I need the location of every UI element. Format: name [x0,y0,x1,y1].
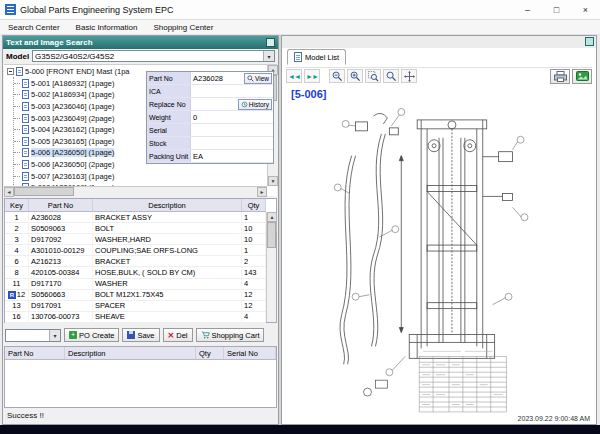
zoom-out-button[interactable] [329,69,345,83]
detail-label: Weight [147,111,191,123]
delete-button[interactable]: ✕Del [163,328,193,342]
chevron-down-icon[interactable]: ▾ [263,51,274,61]
column-header-description[interactable]: Description [93,199,242,211]
panel-options-icon[interactable] [266,38,275,47]
cell-part-no: A216213 [29,256,93,266]
menu-search-center[interactable]: Search Center [8,23,60,32]
column-header-part-no[interactable]: Part No [29,199,93,211]
document-icon [22,160,29,169]
detail-label: Replace No [147,98,191,110]
pan-button[interactable] [401,69,417,83]
cell-description: HOSE,BULK, ( SOLD BY CM) [93,267,242,277]
table-row[interactable]: 6A216213BRACKET2 [5,256,266,267]
order-table-header: Part No Description Qty Serial No [5,347,276,360]
zoom-fit-button[interactable] [383,69,399,83]
right-panel-strip [282,36,596,48]
column-header-serial-no[interactable]: Serial No [224,347,276,359]
cell-part-no: 420105-00384 [29,267,93,277]
printer-icon [554,71,567,82]
chevron-down-icon[interactable]: ▾ [49,330,60,341]
scroll-left-icon[interactable]: ◄ [4,187,14,197]
detail-value [191,124,273,136]
detail-label: Packing Unit [147,150,191,162]
table-row[interactable]: 11D917170WASHER4 [5,279,266,290]
tree-connector-icon [14,152,20,153]
cell-part-no: A301010-00129 [29,245,93,255]
cell-key: 11 [5,279,29,289]
print-button[interactable] [550,69,570,84]
scroll-thumb[interactable] [14,187,74,196]
cell-key: 13 [5,301,29,311]
revision-badge: R [8,291,16,299]
column-header-part-no[interactable]: Part No [5,347,65,359]
prev-page-button[interactable]: ◄◄ [286,69,302,83]
close-button[interactable]: × [571,0,600,20]
cell-qty: 1 [242,212,266,222]
maximize-button[interactable]: □ [542,0,571,20]
cell-key: R12 [5,290,29,300]
column-header-qty[interactable]: Qty [242,199,266,211]
table-row[interactable]: 2S0509063BOLT10 [5,223,266,234]
column-header-key[interactable]: Key [5,199,29,211]
document-icon [22,137,29,146]
scroll-right-icon[interactable]: ► [257,187,267,197]
detail-row: Part No A236028 View [147,72,273,85]
table-row[interactable]: 8420105-00384HOSE,BULK, ( SOLD BY CM)143 [5,267,266,278]
model-input[interactable] [33,51,263,61]
detail-value: EA [191,150,273,162]
minimize-button[interactable]: – [513,0,542,20]
scroll-thumb[interactable] [267,222,276,248]
left-panel-title: Text and Image Search [6,38,93,47]
menu-shopping-center[interactable]: Shopping Center [153,23,213,32]
table-row[interactable]: 16130706-00073SHEAVE4 [5,312,266,323]
save-button[interactable]: Save [122,328,159,342]
table-row[interactable]: 1A236028BRACKET ASSY1 [5,212,266,223]
scroll-down-icon[interactable]: ▼ [268,176,278,186]
image-export-button[interactable] [572,69,592,84]
tree-item-label: 5-003 [A236049] (2page) [31,114,114,123]
zoom-area-button[interactable] [365,69,381,83]
column-header-qty[interactable]: Qty [196,347,224,359]
model-combobox[interactable]: ▾ [32,50,275,62]
filter-combobox[interactable]: ▾ [5,329,61,342]
table-row[interactable]: 3D917092WASHER,HARD10 [5,234,266,245]
scroll-up-icon[interactable]: ▲ [267,212,277,222]
tree-root-label: 5-000 [FRONT END] Mast (1pa [25,67,129,76]
tree-guide-line [13,77,14,186]
cell-part-no: D917170 [29,279,93,289]
tree-item[interactable]: 5-007 [A236163] (1page) [6,170,265,182]
detail-label: ICA [147,85,191,97]
menu-basic-information[interactable]: Basic Information [76,23,138,32]
po-create-label: PO Create [79,331,114,340]
po-create-button[interactable]: +PO Create [64,328,119,342]
view-button[interactable]: View [244,73,272,84]
model-label: Model [6,52,29,61]
panel-toggle-icon[interactable] [585,37,594,46]
cell-qty: 4 [242,279,266,289]
image-icon [576,71,589,81]
tab-model-list[interactable]: Model List [287,49,346,65]
table-vertical-scrollbar[interactable]: ▲ ▼ [266,212,276,322]
next-page-button[interactable]: ►► [304,69,320,83]
status-text: Success !! [7,411,44,420]
detail-row: Stock [147,137,273,150]
detail-value [191,137,273,149]
zoom-in-button[interactable] [347,69,363,83]
zoom-out-icon [332,71,343,82]
cell-key: 6 [5,256,29,266]
history-button[interactable]: History [238,99,272,110]
document-icon [22,102,29,111]
cell-key-text: 12 [17,290,25,299]
table-row-highlighted[interactable]: R12 S0560663BOLT M12X1.75X4512 [5,290,266,301]
tree-horizontal-scrollbar[interactable]: ◄ ► [4,186,267,196]
table-row[interactable]: 13D917091SPACER12 [5,301,266,312]
cell-qty: 12 [242,290,266,300]
order-table: Part No Description Qty Serial No [4,346,277,408]
collapse-icon[interactable] [7,68,14,75]
cell-part-no: S0509063 [29,223,93,233]
viewer-toolbar: ◄◄ ►► [286,67,592,84]
shopping-cart-button[interactable]: Shopping Cart [196,328,265,342]
table-row[interactable]: 4A301010-00129COUPLING;SAE ORFS-LONG1 [5,245,266,256]
column-header-description[interactable]: Description [65,347,196,359]
cell-qty: 10 [242,223,266,233]
